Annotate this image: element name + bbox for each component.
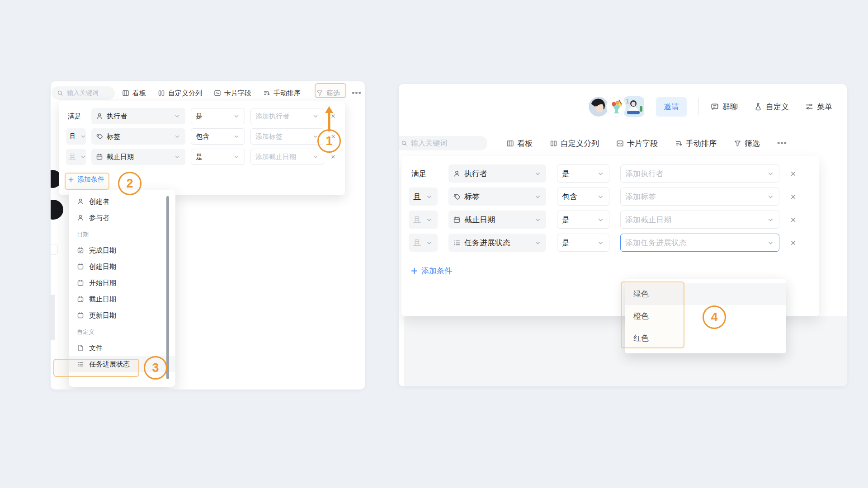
toolbar-filter[interactable]: 筛选 — [734, 138, 760, 149]
value-input[interactable]: 添加执行者 — [250, 108, 324, 124]
field-select[interactable]: 标签 — [91, 128, 185, 145]
value-input[interactable]: 添加截止日期 — [620, 211, 779, 229]
remove-condition-button[interactable] — [788, 193, 797, 200]
invite-button[interactable]: 邀请 — [656, 97, 687, 117]
conjunction-label: 满足 — [66, 108, 86, 124]
operator-select[interactable]: 包含 — [191, 128, 245, 145]
menu-item-task-progress-status[interactable]: 任务进展状态 — [69, 356, 175, 372]
field-select[interactable]: 任务进展状态 — [448, 234, 546, 252]
toolbar-card-fields[interactable]: 卡片字段 — [616, 138, 658, 149]
kanban-icon — [506, 140, 514, 147]
menu-item-due-date[interactable]: 截止日期 — [69, 291, 175, 307]
member-avatars[interactable]: 1 — [589, 96, 644, 117]
chevron-down-icon — [233, 153, 240, 160]
field-select[interactable]: 执行者 — [448, 164, 546, 183]
toolbar-board[interactable]: 看板 — [506, 138, 533, 149]
conjunction-select[interactable]: 且 — [409, 211, 438, 229]
remove-condition-button[interactable] — [329, 134, 338, 139]
toolbar-custom-columns[interactable]: 自定义分列 — [158, 89, 202, 98]
menu-item-finish-date[interactable]: 完成日期 — [69, 242, 175, 258]
toolbar-manual-sort[interactable]: 手动排序 — [263, 89, 301, 98]
toolbar-custom-columns[interactable]: 自定义分列 — [550, 138, 599, 149]
operator-select[interactable]: 包含 — [557, 188, 609, 206]
filter-row: 且 标签 包含 添加标签 — [409, 188, 812, 206]
conjunction-select[interactable]: 且 — [409, 188, 438, 206]
menu-section-custom: 自定义 — [69, 324, 175, 340]
group-chat-button[interactable]: 群聊 — [711, 102, 738, 112]
value-input[interactable]: 添加标签 — [620, 188, 779, 206]
chevron-down-icon — [767, 239, 774, 247]
chevron-down-icon — [597, 239, 604, 247]
calendar-icon — [453, 216, 461, 224]
view-toolbar: 输入关键词 看板 自定义分列 卡片字段 手动排序 筛选 • — [399, 131, 847, 155]
operator-select[interactable]: 是 — [557, 234, 609, 252]
conjunction-select[interactable]: 且 — [409, 234, 438, 252]
funnel-icon — [316, 89, 323, 97]
scrollbar[interactable] — [166, 196, 169, 379]
tune-icon — [805, 103, 813, 111]
add-condition-button[interactable]: 添加条件 — [410, 266, 452, 276]
sort-icon — [263, 89, 270, 97]
operator-select[interactable]: 是 — [557, 211, 609, 229]
chevron-down-icon — [312, 153, 319, 160]
field-select[interactable]: 标签 — [448, 188, 546, 206]
operator-select[interactable]: 是 — [191, 108, 245, 124]
field-select[interactable]: 执行者 — [91, 108, 185, 124]
option-red[interactable]: 红色 — [625, 327, 786, 349]
value-input-focused[interactable]: 添加任务进展状态 — [620, 234, 779, 252]
search-placeholder: 输入关键词 — [67, 89, 99, 97]
menu-item-create-date[interactable]: 创建日期 — [69, 258, 175, 275]
remove-condition-button[interactable] — [788, 239, 797, 246]
person-icon — [96, 113, 103, 120]
toolbar-manual-sort[interactable]: 手动排序 — [675, 138, 717, 149]
search-input[interactable]: 输入关键词 — [52, 86, 115, 100]
toolbar-card-fields[interactable]: 卡片字段 — [214, 89, 251, 98]
plus-icon — [68, 177, 74, 183]
filter-popup: 满足 执行者 是 添加执行者 且 标签 — [59, 101, 345, 195]
person-icon — [453, 170, 461, 178]
chevron-down-icon — [425, 239, 433, 247]
chevron-down-icon — [767, 216, 774, 224]
remove-condition-button[interactable] — [329, 113, 338, 119]
more-icon[interactable]: ••• — [352, 89, 362, 98]
remove-condition-button[interactable] — [329, 154, 338, 160]
sort-icon — [675, 140, 683, 147]
conjunction-select[interactable]: 且 — [66, 128, 86, 145]
menu-item-file[interactable]: 文件 — [69, 340, 175, 356]
filter-row: 且 标签 包含 添加标签 — [66, 128, 338, 145]
conjunction-select[interactable]: 且 — [66, 149, 86, 165]
value-input[interactable]: 添加执行者 — [620, 164, 779, 183]
flask-icon — [754, 103, 762, 111]
field-select[interactable]: 截止日期 — [448, 211, 546, 229]
remove-condition-button[interactable] — [788, 216, 797, 223]
operator-select[interactable]: 是 — [557, 164, 609, 183]
avatar[interactable] — [606, 97, 626, 117]
option-green[interactable]: 绿色 — [625, 283, 786, 305]
more-icon[interactable]: ••• — [777, 139, 787, 148]
value-input[interactable]: 添加截止日期 — [250, 149, 324, 165]
field-select[interactable]: 截止日期 — [91, 149, 185, 165]
right-screenshot-panel: 1 邀请 群聊 自定义 菜单 输入关键词 — [399, 84, 847, 386]
option-orange[interactable]: 橙色 — [625, 305, 786, 327]
menu-item-start-date[interactable]: 开始日期 — [69, 275, 175, 291]
chat-icon — [711, 103, 719, 111]
menu-item-participant[interactable]: 参与者 — [69, 210, 175, 226]
customize-button[interactable]: 自定义 — [754, 102, 789, 112]
board-avatar — [51, 200, 63, 220]
person-icon — [77, 198, 84, 205]
operator-select[interactable]: 是 — [191, 149, 245, 165]
toolbar-filter[interactable]: 筛选 — [316, 89, 340, 98]
value-input[interactable]: 添加标签 — [250, 128, 324, 145]
menu-item-update-date[interactable]: 更新日期 — [69, 307, 175, 324]
status-options-dropdown: 绿色 橙色 红色 — [625, 279, 786, 353]
card-field-icon — [616, 140, 624, 147]
avatar[interactable] — [589, 97, 609, 117]
remove-condition-button[interactable] — [788, 170, 797, 177]
search-input[interactable]: 输入关键词 — [399, 136, 487, 150]
search-placeholder: 输入关键词 — [411, 139, 447, 148]
toolbar-board[interactable]: 看板 — [122, 89, 146, 98]
tag-icon — [96, 133, 103, 140]
add-condition-button[interactable]: 添加条件 — [68, 175, 104, 184]
menu-item-creator[interactable]: 创建者 — [69, 193, 175, 210]
menu-button[interactable]: 菜单 — [805, 102, 832, 112]
